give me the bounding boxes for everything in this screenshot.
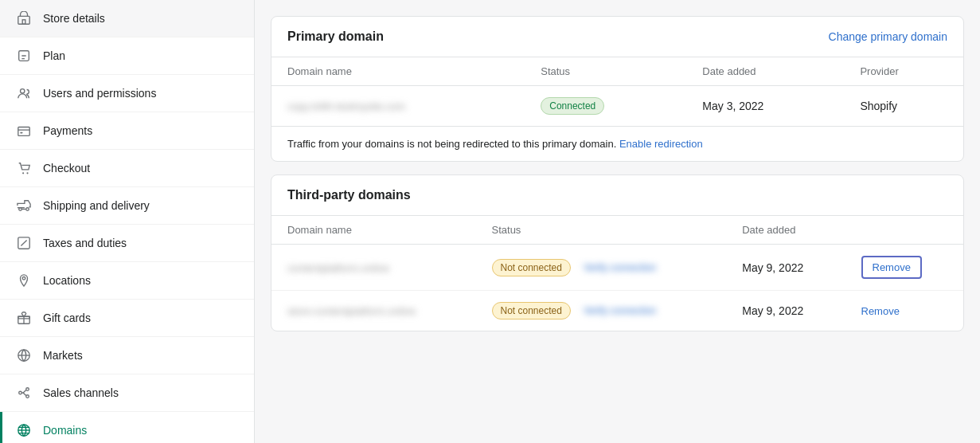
tp-domain-action-1: Remove	[845, 245, 964, 291]
sidebar-item-label: Taxes and duties	[43, 237, 127, 249]
primary-domain-card: Primary domain Change primary domain Dom…	[271, 16, 964, 162]
sidebar-item-shipping-delivery[interactable]: Shipping and delivery	[0, 187, 254, 225]
plan-icon	[16, 48, 32, 64]
sidebar-item-taxes-duties[interactable]: Taxes and duties	[0, 225, 254, 262]
tp-col-status: Status	[476, 216, 727, 245]
svg-point-6	[22, 172, 24, 174]
third-party-domains-card: Third-party domains Domain name Status D…	[271, 174, 964, 331]
sidebar-item-label: Checkout	[43, 162, 90, 174]
change-primary-domain-link[interactable]: Change primary domain	[829, 30, 947, 43]
svg-point-15	[26, 388, 29, 391]
sidebar-item-label: Sales channels	[43, 386, 119, 399]
tp-domain-status-2: Not connected Verify connection	[476, 291, 727, 331]
sidebar-item-payments[interactable]: Payments	[0, 112, 254, 150]
taxes-icon	[16, 235, 32, 251]
blurred-action-link-1: Verify connection	[584, 262, 656, 273]
payments-icon	[16, 123, 32, 139]
col-provider: Provider	[844, 57, 963, 86]
sales-channels-icon	[16, 385, 32, 401]
tp-status-cell-1: Not connected Verify connection	[492, 259, 711, 276]
svg-point-9	[26, 208, 29, 211]
tp-status-cell-2: Not connected Verify connection	[492, 302, 711, 320]
third-party-header: Third-party domains	[271, 175, 963, 216]
not-connected-badge-1: Not connected	[492, 259, 571, 276]
blurred-tp-domain-1: contentplatform.online	[287, 262, 389, 274]
tp-col-action	[845, 216, 964, 245]
svg-point-16	[26, 395, 29, 398]
sidebar-item-checkout[interactable]: Checkout	[0, 150, 254, 187]
sidebar-item-plan[interactable]: Plan	[0, 37, 254, 75]
sidebar-item-label: Payments	[43, 124, 92, 137]
store-icon	[16, 10, 32, 26]
shipping-icon	[16, 198, 32, 214]
tp-domain-action-2: Remove	[845, 291, 964, 331]
svg-rect-4	[18, 127, 29, 136]
sidebar-item-label: Gift cards	[43, 312, 91, 324]
remove-button-2[interactable]: Remove	[861, 305, 900, 317]
connected-badge: Connected	[541, 97, 604, 115]
primary-domain-date: May 3, 2022	[686, 86, 844, 127]
users-icon	[16, 85, 32, 101]
markets-icon	[16, 347, 32, 363]
sidebar-item-users-permissions[interactable]: Users and permissions	[0, 75, 254, 112]
sidebar: Store details Plan Users and permissions	[0, 0, 255, 443]
svg-point-8	[19, 208, 22, 211]
col-date-added: Date added	[686, 57, 844, 86]
blurred-tp-domain-2: store-contentplatform.online	[287, 305, 416, 317]
svg-point-14	[19, 391, 22, 394]
sidebar-item-label: Plan	[43, 49, 65, 62]
blurred-domain: copy-b4th-testmysite.com	[287, 100, 405, 112]
location-icon	[16, 272, 32, 288]
remove-button-1[interactable]: Remove	[861, 256, 922, 279]
sidebar-item-locations[interactable]: Locations	[0, 262, 254, 300]
enable-redirection-link[interactable]: Enable redirection	[619, 138, 703, 150]
not-connected-badge-2: Not connected	[492, 302, 571, 320]
col-status: Status	[525, 57, 686, 86]
svg-point-11	[22, 277, 25, 280]
col-domain-name: Domain name	[271, 57, 525, 86]
primary-domain-title: Primary domain	[287, 29, 384, 44]
primary-domain-provider: Shopify	[844, 86, 963, 127]
tp-domain-date-1: May 9, 2022	[726, 245, 845, 291]
primary-domain-row: copy-b4th-testmysite.com Connected May 3…	[271, 86, 963, 127]
svg-rect-5	[21, 132, 23, 134]
tp-domain-status-1: Not connected Verify connection	[476, 245, 727, 291]
svg-point-7	[26, 172, 28, 174]
primary-domain-table: Domain name Status Date added Provider c…	[271, 57, 963, 126]
primary-domain-header: Primary domain Change primary domain	[271, 17, 963, 57]
sidebar-item-label: Users and permissions	[43, 87, 156, 100]
tp-col-domain: Domain name	[271, 216, 476, 245]
svg-rect-1	[22, 20, 25, 24]
sidebar-item-label: Markets	[43, 349, 83, 362]
sidebar-item-markets[interactable]: Markets	[0, 337, 254, 374]
third-party-table: Domain name Status Date added contentpla…	[271, 216, 963, 331]
sidebar-item-label: Shipping and delivery	[43, 199, 150, 212]
sidebar-item-domains[interactable]: Domains	[0, 412, 254, 443]
blurred-action-link-2: Verify connection	[584, 305, 656, 316]
domains-icon	[16, 422, 32, 438]
primary-domain-name: copy-b4th-testmysite.com	[271, 86, 525, 127]
info-banner: Traffic from your domains is not being r…	[271, 126, 963, 161]
tp-domain-name-1: contentplatform.online	[271, 245, 476, 291]
checkout-icon	[16, 160, 32, 176]
tp-domain-date-2: May 9, 2022	[726, 291, 845, 331]
svg-point-3	[21, 89, 25, 93]
info-banner-text: Traffic from your domains is not being r…	[287, 138, 619, 150]
sidebar-item-store-details[interactable]: Store details	[0, 0, 254, 37]
third-party-row-1: contentplatform.online Not connected Ver…	[271, 245, 963, 291]
third-party-row-2: store-contentplatform.online Not connect…	[271, 291, 963, 331]
sidebar-item-label: Locations	[43, 274, 91, 287]
tp-col-date: Date added	[726, 216, 845, 245]
tp-domain-name-2: store-contentplatform.online	[271, 291, 476, 331]
third-party-title: Third-party domains	[287, 188, 411, 202]
sidebar-item-sales-channels[interactable]: Sales channels	[0, 374, 254, 412]
primary-domain-status: Connected	[525, 86, 686, 127]
sidebar-item-label: Store details	[43, 12, 105, 25]
main-content: Primary domain Change primary domain Dom…	[255, 0, 980, 443]
sidebar-item-gift-cards[interactable]: Gift cards	[0, 300, 254, 337]
gift-icon	[16, 310, 32, 326]
sidebar-item-label: Domains	[43, 424, 87, 437]
